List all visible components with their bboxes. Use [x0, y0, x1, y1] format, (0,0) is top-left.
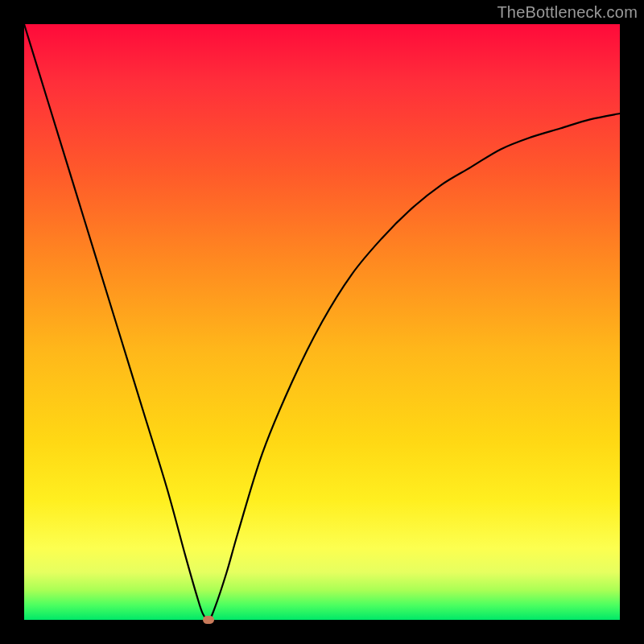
plot-area: [24, 24, 620, 620]
chart-frame: TheBottleneck.com: [0, 0, 644, 644]
minimum-marker: [203, 616, 214, 624]
watermark-text: TheBottleneck.com: [497, 3, 638, 22]
bottleneck-curve: [24, 24, 620, 620]
